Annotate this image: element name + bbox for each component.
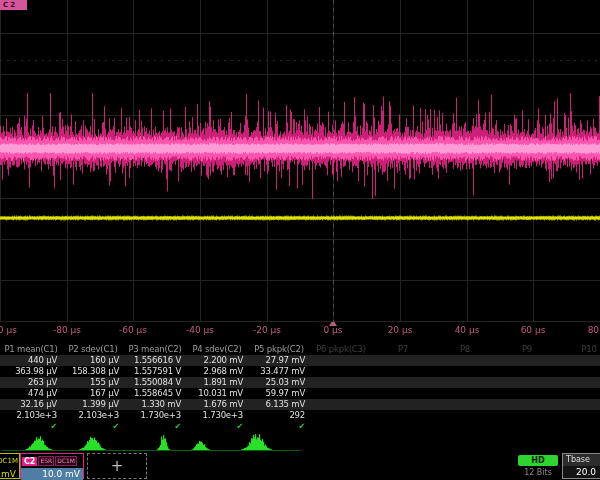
measure-value-cell: 363.98 µV xyxy=(0,366,62,377)
add-trace-button[interactable]: + xyxy=(87,453,147,479)
measure-value-cell: 33.477 mV xyxy=(248,366,310,377)
measure-value-cell xyxy=(310,399,372,410)
measure-value-cell xyxy=(558,388,600,399)
measure-value-cell xyxy=(310,388,372,399)
time-axis-tick: 60 µs xyxy=(521,325,546,335)
measure-value-cell xyxy=(496,366,558,377)
measure-value-cell xyxy=(558,366,600,377)
measure-column-header[interactable]: P3 mean(C2) xyxy=(124,343,186,355)
measure-value-cell: 1.557591 V xyxy=(124,366,186,377)
measure-value-cell: 2.103e+3 xyxy=(0,410,62,421)
measure-value-cell xyxy=(558,410,600,421)
measure-value-cell xyxy=(496,388,558,399)
measure-value-cell: 1.730e+3 xyxy=(186,410,248,421)
c1-coupling: DC1M xyxy=(0,457,18,465)
measure-value-cell: 6.135 mV xyxy=(248,399,310,410)
hd-mode-badge[interactable]: HD xyxy=(518,455,558,466)
oscilloscope-screen: C2 -100 µs-80 µs-60 µs-40 µs-20 µs0 µs20… xyxy=(0,0,600,480)
time-axis: -100 µs-80 µs-60 µs-40 µs-20 µs0 µs20 µs… xyxy=(0,322,600,343)
measure-value-cell xyxy=(372,399,434,410)
measure-value-cell xyxy=(434,399,496,410)
channel-descriptor-c1[interactable]: C1 DC1M 10.0 mV xyxy=(0,453,20,479)
time-axis-tick: -100 µs xyxy=(0,325,17,335)
measure-value-cell xyxy=(434,355,496,366)
measurement-histicons[interactable] xyxy=(0,430,600,452)
measure-value-cell: 1.399 µV xyxy=(62,399,124,410)
measure-value-cell xyxy=(496,377,558,388)
measure-value-cell: 1.730e+3 xyxy=(124,410,186,421)
waveform-grid[interactable] xyxy=(0,0,600,330)
measure-value-cell xyxy=(310,366,372,377)
measure-value-cell: 1.558645 V xyxy=(124,388,186,399)
measure-value-cell xyxy=(372,388,434,399)
measure-value-cell: 1.891 mV xyxy=(186,377,248,388)
time-axis-tick: -80 µs xyxy=(53,325,81,335)
measure-value-cell xyxy=(434,388,496,399)
measure-value-cell xyxy=(558,355,600,366)
measure-column-header[interactable]: P1 mean(C1) xyxy=(0,343,62,355)
measure-value-cell xyxy=(372,410,434,421)
timebase-value: 20.0 xyxy=(563,466,600,478)
hd-bits-label: 12 Bits xyxy=(514,468,562,477)
measure-value-cell xyxy=(372,355,434,366)
measure-value-cell: 59.97 mV xyxy=(248,388,310,399)
measure-value-cell: 160 µV xyxy=(62,355,124,366)
measure-column-header[interactable]: P5 pkpk(C2) xyxy=(248,343,310,355)
measure-value-cell xyxy=(434,377,496,388)
measure-value-cell: 2.200 mV xyxy=(186,355,248,366)
time-axis-tick: 0 µs xyxy=(323,325,342,335)
c2-scale: 10.0 mV xyxy=(21,468,83,480)
measure-value-cell: 27.97 mV xyxy=(248,355,310,366)
measure-value-cell xyxy=(496,410,558,421)
c2-chip: C2 xyxy=(22,457,37,466)
measure-value-cell: 1.556616 V xyxy=(124,355,186,366)
measure-value-cell xyxy=(558,377,600,388)
measure-value-cell xyxy=(558,399,600,410)
timebase-title: Tbase xyxy=(563,454,600,466)
measure-value-cell xyxy=(434,410,496,421)
measure-value-cell xyxy=(372,377,434,388)
measure-value-cell: 10.031 mV xyxy=(186,388,248,399)
measure-value-cell xyxy=(496,355,558,366)
measure-column-header[interactable]: P6 pkpk(C3) xyxy=(310,343,372,355)
measure-value-cell: 25.03 mV xyxy=(248,377,310,388)
channel-descriptor-c2[interactable]: C2 ESR DC1M 10.0 mV xyxy=(20,453,84,479)
c1-scale: 10.0 mV xyxy=(0,468,19,480)
measure-column-header[interactable]: P8 xyxy=(434,343,496,355)
measure-value-cell xyxy=(496,399,558,410)
measure-value-cell: 2.103e+3 xyxy=(62,410,124,421)
measure-column-header[interactable]: P4 sdev(C2) xyxy=(186,343,248,355)
c2-esr-tag: ESR xyxy=(38,456,54,466)
measure-value-cell xyxy=(434,366,496,377)
measure-column-header[interactable]: P9 xyxy=(496,343,558,355)
measure-column-header[interactable]: P7 xyxy=(372,343,434,355)
measure-value-cell xyxy=(310,410,372,421)
measure-value-cell: 1.330 mV xyxy=(124,399,186,410)
measure-value-cell: 1.676 mV xyxy=(186,399,248,410)
measure-value-cell: 158.308 µV xyxy=(62,366,124,377)
time-axis-tick: 40 µs xyxy=(455,325,480,335)
measure-value-cell: 292 xyxy=(248,410,310,421)
measure-value-cell xyxy=(310,355,372,366)
measure-value-cell xyxy=(310,377,372,388)
time-axis-tick: -60 µs xyxy=(119,325,147,335)
time-axis-tick: 80 µs xyxy=(588,325,600,335)
measure-value-cell: 32.16 µV xyxy=(0,399,62,410)
timebase-descriptor[interactable]: Tbase 20.0 xyxy=(562,453,600,479)
trace-label-c2: C2 xyxy=(0,0,27,10)
measure-value-cell: 263 µV xyxy=(0,377,62,388)
time-axis-tick: -20 µs xyxy=(253,325,281,335)
time-axis-tick: -40 µs xyxy=(186,325,214,335)
measure-column-header[interactable]: P10 xyxy=(558,343,600,355)
descriptor-bar: C1 DC1M 10.0 mV C2 ESR DC1M 10.0 mV + HD… xyxy=(0,452,600,480)
measure-column-header[interactable]: P2 sdev(C1) xyxy=(62,343,124,355)
measure-value-cell: 2.968 mV xyxy=(186,366,248,377)
measure-value-cell: 155 µV xyxy=(62,377,124,388)
measurement-table: P1 mean(C1)P2 sdev(C1)P3 mean(C2)P4 sdev… xyxy=(0,343,600,430)
measure-value-cell: 1.550084 V xyxy=(124,377,186,388)
measure-value-cell: 474 µV xyxy=(0,388,62,399)
measure-value-cell: 167 µV xyxy=(62,388,124,399)
measure-value-cell: 440 µV xyxy=(0,355,62,366)
c2-coupling-tag: DC1M xyxy=(55,456,77,466)
time-axis-tick: 20 µs xyxy=(388,325,413,335)
